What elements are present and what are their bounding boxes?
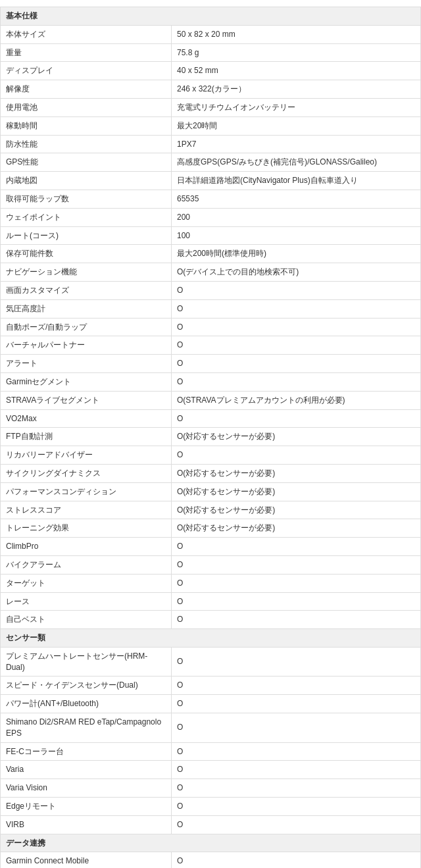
row-value-39: O <box>172 742 421 761</box>
row-label-25: サイクリングダイナミクス <box>1 464 172 482</box>
row-value-7: 1PX7 <box>172 135 421 153</box>
row-label-32: レース <box>1 592 172 611</box>
row-label-23: FTP自動計測 <box>1 428 172 446</box>
row-label-42: Edgeリモート <box>1 798 172 816</box>
row-value-9: 日本詳細道路地図(CityNavigator Plus)自転車道入り <box>172 172 421 190</box>
row-value-45: O <box>172 852 421 868</box>
row-value-21: O(STRAVAプレミアムアカウントの利用が必要) <box>172 391 421 409</box>
row-value-18: O <box>172 336 421 355</box>
row-value-19: O <box>172 355 421 373</box>
spec-table: 基本仕様本体サイズ50 x 82 x 20 mm重量75.8 gディスプレイ40… <box>0 7 421 868</box>
row-value-4: 246 x 322(カラー） <box>172 80 421 99</box>
row-label-28: トレーニング効果 <box>1 519 172 538</box>
row-label-7: 防水性能 <box>1 135 172 153</box>
row-label-18: バーチャルパートナー <box>1 336 172 355</box>
row-label-20: Garminセグメント <box>1 372 172 391</box>
row-value-2: 75.8 g <box>172 43 421 62</box>
row-value-25: O(対応するセンサーが必要) <box>172 464 421 482</box>
section-header-34: センサー類 <box>1 629 421 648</box>
row-value-42: O <box>172 798 421 816</box>
row-label-36: スピード・ケイデンスセンサー(Dual) <box>1 677 172 695</box>
row-label-38: Shimano Di2/SRAM RED eTap/Campagnolo EPS <box>1 713 172 743</box>
row-value-37: O <box>172 695 421 713</box>
row-value-30: O <box>172 555 421 574</box>
row-value-8: 高感度GPS(GPS/みちびき(補完信号)/GLONASS/Galileo) <box>172 153 421 172</box>
row-label-30: バイクアラーム <box>1 555 172 574</box>
row-label-31: ターゲット <box>1 574 172 592</box>
row-label-29: ClimbPro <box>1 538 172 556</box>
row-label-4: 解像度 <box>1 80 172 99</box>
row-value-14: O(デバイス上での目的地検索不可) <box>172 263 421 282</box>
row-label-1: 本体サイズ <box>1 25 172 43</box>
row-value-24: O <box>172 446 421 465</box>
row-value-20: O <box>172 372 421 391</box>
row-label-5: 使用電池 <box>1 98 172 116</box>
row-label-33: 自己ベスト <box>1 611 172 629</box>
row-label-16: 気圧高度計 <box>1 299 172 318</box>
row-value-36: O <box>172 677 421 695</box>
row-label-8: GPS性能 <box>1 153 172 172</box>
row-value-13: 最大200時間(標準使用時) <box>172 245 421 263</box>
row-label-21: STRAVAライブセグメント <box>1 391 172 409</box>
row-value-3: 40 x 52 mm <box>172 62 421 80</box>
row-value-29: O <box>172 538 421 556</box>
row-label-40: Varia <box>1 761 172 779</box>
row-value-43: O <box>172 815 421 834</box>
row-value-38: O <box>172 713 421 743</box>
row-value-12: 100 <box>172 226 421 245</box>
row-value-26: O(対応するセンサーが必要) <box>172 482 421 501</box>
row-value-41: O <box>172 779 421 798</box>
row-label-15: 画面カスタマイズ <box>1 281 172 299</box>
row-label-41: Varia Vision <box>1 779 172 798</box>
row-label-9: 内蔵地図 <box>1 172 172 190</box>
row-value-35: O <box>172 647 421 677</box>
row-label-12: ルート(コース) <box>1 226 172 245</box>
row-label-43: VIRB <box>1 815 172 834</box>
row-label-14: ナビゲーション機能 <box>1 263 172 282</box>
section-header-44: データ連携 <box>1 834 421 852</box>
row-value-40: O <box>172 761 421 779</box>
row-value-15: O <box>172 281 421 299</box>
row-value-6: 最大20時間 <box>172 116 421 135</box>
row-value-11: 200 <box>172 208 421 226</box>
row-value-31: O <box>172 574 421 592</box>
row-value-1: 50 x 82 x 20 mm <box>172 25 421 43</box>
row-label-45: Garmin Connect Mobile <box>1 852 172 868</box>
section-header-0: 基本仕様 <box>1 7 421 26</box>
row-value-22: O <box>172 409 421 428</box>
row-label-19: アラート <box>1 355 172 373</box>
row-value-17: O <box>172 318 421 336</box>
row-label-35: プレミアムハートレートセンサー(HRM-Dual) <box>1 647 172 677</box>
row-value-10: 65535 <box>172 190 421 208</box>
row-value-28: O(対応するセンサーが必要) <box>172 519 421 538</box>
row-label-2: 重量 <box>1 43 172 62</box>
row-label-11: ウェイポイント <box>1 208 172 226</box>
row-label-24: リカバリーアドバイザー <box>1 446 172 465</box>
row-label-17: 自動ポーズ/自動ラップ <box>1 318 172 336</box>
row-label-3: ディスプレイ <box>1 62 172 80</box>
row-label-37: パワー計(ANT+/Bluetooth) <box>1 695 172 713</box>
row-value-27: O(対応するセンサーが必要) <box>172 501 421 519</box>
row-value-23: O(対応するセンサーが必要) <box>172 428 421 446</box>
row-label-6: 稼動時間 <box>1 116 172 135</box>
row-label-26: パフォーマンスコンディション <box>1 482 172 501</box>
row-value-33: O <box>172 611 421 629</box>
row-label-27: ストレススコア <box>1 501 172 519</box>
row-label-39: FE-Cコーラー台 <box>1 742 172 761</box>
row-label-13: 保存可能件数 <box>1 245 172 263</box>
row-value-5: 充電式リチウムイオンバッテリー <box>172 98 421 116</box>
row-value-32: O <box>172 592 421 611</box>
row-label-22: VO2Max <box>1 409 172 428</box>
row-value-16: O <box>172 299 421 318</box>
row-label-10: 取得可能ラップ数 <box>1 190 172 208</box>
